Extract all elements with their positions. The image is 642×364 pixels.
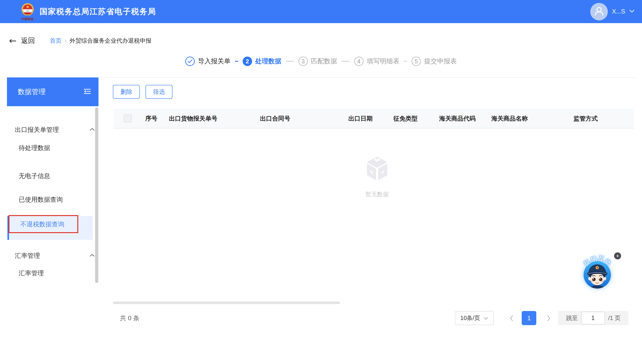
sidebar-group-export-declaration[interactable]: 出口报关单管理 (15, 126, 59, 134)
step-2-process: 2 处理数据 (243, 56, 281, 66)
chevron-down-icon[interactable] (629, 9, 634, 14)
current-page-button[interactable]: 1 (522, 311, 536, 325)
delete-button[interactable]: 删除 (113, 85, 140, 99)
column-header-declaration-no: 出口货物报关单号 (169, 114, 218, 122)
filter-button[interactable]: 筛选 (145, 85, 172, 99)
user-menu[interactable]: X...S (590, 0, 634, 23)
step-label: 提交申报表 (424, 57, 457, 66)
column-header-hs-name: 海关商品名称 (491, 114, 528, 122)
step-1-import: 导入报关单 (185, 56, 231, 66)
total-pages: /1 页 (608, 314, 621, 322)
jump-label: 跳至 (566, 314, 578, 322)
breadcrumb-separator: › (65, 38, 67, 44)
breadcrumb: ← 返回 首页 › 外贸综合服务企业代办退税申报 (9, 34, 152, 48)
step-connector (235, 61, 238, 62)
tax-bureau-logo: 中国税务 (21, 3, 35, 20)
step-number: 3 (298, 56, 308, 66)
menu-fold-icon[interactable] (83, 87, 91, 96)
horizontal-scrollbar[interactable] (113, 302, 340, 304)
sidebar-scrollbar[interactable] (95, 107, 98, 283)
user-avatar[interactable] (590, 3, 608, 20)
step-number: 5 (411, 56, 421, 66)
person-icon (594, 6, 604, 17)
select-all-checkbox[interactable] (124, 114, 132, 122)
chevron-down-icon (484, 314, 488, 322)
empty-box-icon (366, 156, 388, 182)
column-header-contract-no: 出口合同号 (260, 114, 290, 122)
sidebar-header: 数据管理 (7, 78, 99, 106)
logo-caption: 中国税务 (21, 18, 34, 20)
username: X...S (612, 8, 625, 15)
column-header-export-date: 出口日期 (348, 114, 373, 122)
back-arrow-icon[interactable]: ← (9, 36, 17, 45)
step-indicator: 导入报关单 2 处理数据 3 匹配数据 4 填写明细表 5 提交申报表 (0, 56, 642, 66)
empty-state-text: 暂无数据 (343, 190, 411, 198)
column-header-seq: 序号 (145, 114, 157, 122)
sidebar-item-no-electronic-info[interactable]: 无电子信息 (19, 172, 50, 180)
step-5-submit: 5 提交申报表 (411, 56, 457, 66)
page: 中国税务 国家税务总局江苏省电子税务局 X...S ← 返回 (0, 0, 642, 364)
back-button[interactable]: 返回 (21, 36, 35, 45)
next-page-button[interactable] (544, 311, 554, 325)
column-header-supervision-mode: 监管方式 (573, 114, 598, 122)
breadcrumb-home[interactable]: 首页 (50, 37, 62, 45)
app-title: 国家税务总局江苏省电子税务局 (40, 6, 156, 17)
sidebar-group-exchange-rate[interactable]: 汇率管理 (15, 252, 40, 260)
table-header: 序号 出口货物报关单号 出口合同号 出口日期 征免类型 海关商品代码 海关商品名… (114, 109, 634, 128)
chevron-up-icon[interactable] (89, 127, 95, 132)
step-connector (404, 61, 407, 62)
step-number: 4 (354, 56, 364, 66)
step-label: 匹配数据 (311, 57, 337, 66)
step-4-detail: 4 填写明细表 (354, 56, 399, 66)
page-jump-panel: 跳至 /1 页 (558, 311, 628, 325)
sidebar-item-no-refund-data-query[interactable]: 不退税数据查询 (7, 216, 99, 240)
prev-page-button[interactable] (506, 311, 516, 325)
step-connector (342, 61, 350, 62)
column-header-hs-code: 海关商品代码 (439, 114, 476, 122)
page-size-value: 10条/页 (460, 314, 480, 322)
chevron-up-icon[interactable] (89, 253, 95, 258)
step-number: 2 (243, 56, 252, 66)
top-bar: 中国税务 国家税务总局江苏省电子税务局 X...S (0, 0, 642, 23)
step-label: 处理数据 (255, 57, 281, 66)
page-jump-input[interactable] (581, 312, 605, 324)
check-icon (185, 56, 195, 66)
content-divider (7, 77, 635, 78)
sidebar-item-exchange-rate[interactable]: 汇率管理 (19, 269, 44, 278)
sidebar: 数据管理 出口报关单管理 待处理数据 无电子信息 已使用数据查询 不退 (7, 78, 99, 300)
column-header-levy-type: 征免类型 (393, 114, 417, 122)
breadcrumb-current: 外贸综合服务企业代办退税申报 (70, 37, 152, 45)
step-label: 导入报关单 (198, 57, 231, 66)
sidebar-item-used-data-query[interactable]: 已使用数据查询 (19, 195, 63, 204)
step-3-match: 3 匹配数据 (298, 56, 337, 66)
selected-item-label[interactable]: 不退税数据查询 (20, 220, 64, 228)
tax-emblem-icon (21, 3, 35, 17)
step-label: 填写明细表 (367, 57, 399, 66)
page-size-select[interactable]: 10条/页 (455, 311, 494, 325)
total-count: 共 0 条 (120, 311, 139, 325)
sidebar-item-pending-data[interactable]: 待处理数据 (19, 144, 50, 152)
sidebar-title: 数据管理 (18, 87, 46, 96)
assistant-plus-button[interactable]: + (614, 252, 621, 259)
step-connector (286, 61, 294, 62)
